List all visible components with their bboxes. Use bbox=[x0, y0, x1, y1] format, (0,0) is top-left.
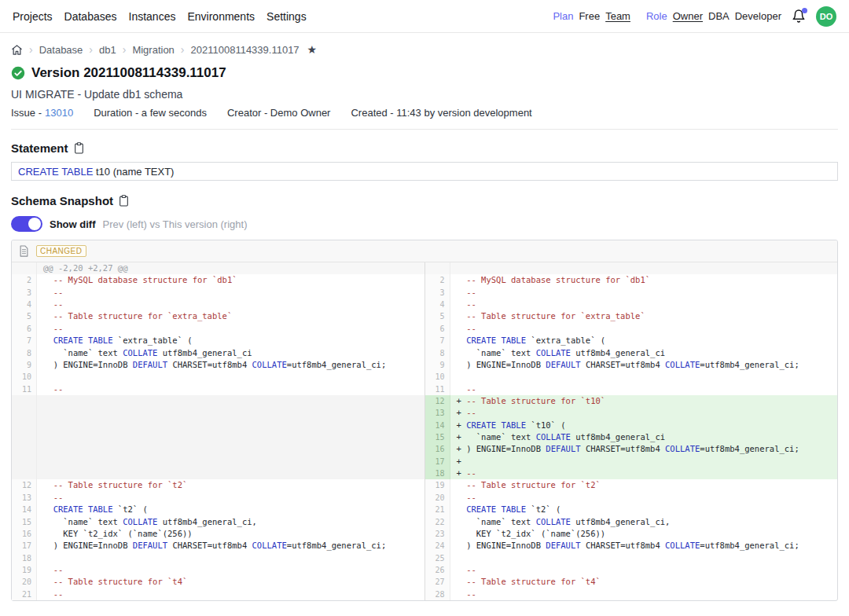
diff-line-right: 5 -- Table structure for `extra_table` bbox=[425, 310, 838, 322]
duration-text: Duration - a few seconds bbox=[94, 107, 207, 119]
copy-statement-icon[interactable] bbox=[74, 142, 84, 154]
diff-line-right: 25 bbox=[425, 552, 838, 564]
diff-line-left bbox=[12, 395, 424, 407]
diff-line-left: 4 -- bbox=[12, 299, 424, 310]
line-number: 18 bbox=[12, 552, 37, 564]
diff-line-left bbox=[12, 456, 424, 468]
line-number: 19 bbox=[425, 479, 450, 491]
diff-line-left: 15 `name` text COLLATE utf8mb4_general_c… bbox=[12, 516, 424, 528]
copy-schema-icon[interactable] bbox=[119, 195, 129, 207]
line-number: 9 bbox=[425, 359, 450, 371]
nav-right: Plan Free Team Role Owner DBA Developer … bbox=[553, 6, 836, 27]
breadcrumb-item-migration[interactable]: Migration bbox=[132, 44, 174, 56]
line-number: 11 bbox=[425, 383, 450, 395]
diff-line-left: 9 ) ENGINE=InnoDB DEFAULT CHARSET=utf8mb… bbox=[12, 359, 424, 371]
breadcrumb-item-20211008114339-11017[interactable]: 20211008114339.11017 bbox=[191, 44, 300, 56]
diff-line-right: 15+ `name` text COLLATE utf8mb4_general_… bbox=[425, 431, 838, 443]
diff-line-left: 3 -- bbox=[12, 287, 424, 299]
diff-line-right: 6 -- bbox=[425, 323, 838, 335]
chevron-right-icon: › bbox=[29, 43, 33, 56]
nav-item-databases[interactable]: Databases bbox=[64, 10, 117, 23]
diff-line-left: @@ -2,20 +2,27 @@ bbox=[12, 262, 424, 274]
nav-item-projects[interactable]: Projects bbox=[13, 10, 53, 23]
diff-line-right: 4 -- bbox=[425, 299, 838, 310]
nav-menu: ProjectsDatabasesInstancesEnvironmentsSe… bbox=[13, 10, 307, 23]
role-option-dba[interactable]: DBA bbox=[708, 10, 730, 22]
notification-dot bbox=[802, 8, 807, 13]
diff-line-left bbox=[12, 431, 424, 443]
status-badge: CHANGED bbox=[36, 245, 86, 257]
line-number: 26 bbox=[425, 564, 450, 576]
version-subtitle: UI MIGRATE - Update db1 schema bbox=[11, 88, 838, 101]
diff-line-left bbox=[12, 407, 424, 419]
line-number: 25 bbox=[425, 552, 450, 564]
line-number: 21 bbox=[12, 588, 37, 600]
schema-snapshot-heading: Schema Snapshot bbox=[11, 194, 113, 207]
line-number: 10 bbox=[12, 371, 37, 383]
plan-option-free[interactable]: Free bbox=[579, 10, 600, 22]
line-number bbox=[12, 443, 37, 455]
line-number: 6 bbox=[12, 323, 37, 335]
diff-line-left: 6 -- bbox=[12, 323, 424, 335]
line-number: 23 bbox=[425, 528, 450, 540]
statement-sql: CREATE TABLE t10 (name TEXT) bbox=[11, 162, 838, 181]
diff-line-left: 10 bbox=[12, 371, 424, 383]
line-number: 7 bbox=[425, 335, 450, 346]
file-icon bbox=[19, 245, 29, 257]
line-number: 9 bbox=[12, 359, 37, 371]
breadcrumb: ›Database›db1›Migration›20211008114339.1… bbox=[11, 43, 838, 56]
diff-line-right: 28 -- bbox=[425, 588, 838, 600]
nav-item-instances[interactable]: Instances bbox=[129, 10, 176, 23]
breadcrumb-item-db1[interactable]: db1 bbox=[99, 44, 116, 56]
line-number: 20 bbox=[425, 492, 450, 504]
line-number bbox=[12, 420, 37, 431]
star-icon[interactable]: ★ bbox=[307, 43, 318, 56]
diff-line-left bbox=[12, 443, 424, 455]
line-number: 28 bbox=[425, 588, 450, 600]
diff-line-left: 16 KEY `t2_idx` (`name`(256)) bbox=[12, 528, 424, 540]
line-number: 15 bbox=[12, 516, 37, 528]
line-number: 13 bbox=[12, 492, 37, 504]
diff-line-left: 14 CREATE TABLE `t2` ( bbox=[12, 504, 424, 515]
nav-item-settings[interactable]: Settings bbox=[266, 10, 307, 23]
plan-option-team[interactable]: Team bbox=[605, 10, 630, 22]
diff-line-right: 27 -- Table structure for `t4` bbox=[425, 576, 838, 588]
diff-line-right: 20 -- bbox=[425, 492, 838, 504]
diff-line-right: 2 -- MySQL database structure for `db1` bbox=[425, 274, 838, 286]
line-number: 17 bbox=[12, 540, 37, 552]
diff-line-right: 24 ) ENGINE=InnoDB DEFAULT CHARSET=utf8m… bbox=[425, 540, 838, 552]
role-option-developer[interactable]: Developer bbox=[735, 10, 781, 22]
line-number: 15 bbox=[425, 431, 450, 443]
nav-item-environments[interactable]: Environments bbox=[187, 10, 255, 23]
line-number: 24 bbox=[425, 540, 450, 552]
line-number: 14 bbox=[425, 420, 450, 431]
breadcrumb-item-database[interactable]: Database bbox=[39, 44, 83, 56]
line-number: 7 bbox=[12, 335, 37, 346]
role-option-owner[interactable]: Owner bbox=[673, 10, 703, 22]
success-check-icon bbox=[11, 66, 25, 80]
show-diff-toggle[interactable] bbox=[11, 216, 42, 232]
diff-line-left: 19 -- bbox=[12, 564, 424, 576]
line-number: 6 bbox=[425, 323, 450, 335]
diff-view[interactable]: @@ -2,20 +2,27 @@2 -- MySQL database str… bbox=[12, 262, 837, 600]
line-number: 4 bbox=[425, 299, 450, 310]
schema-diff-panel: CHANGED @@ -2,20 +2,27 @@2 -- MySQL data… bbox=[11, 240, 838, 601]
notification-bell-icon[interactable] bbox=[792, 9, 807, 24]
line-number: 18 bbox=[425, 468, 450, 479]
diff-line-right: 17+ bbox=[425, 456, 838, 468]
line-number bbox=[12, 456, 37, 468]
line-number: 14 bbox=[12, 504, 37, 515]
line-number: 27 bbox=[425, 576, 450, 588]
diff-line-right: 11 -- bbox=[425, 383, 838, 395]
created-text: Created - 11:43 by version development bbox=[351, 107, 531, 119]
avatar[interactable]: DO bbox=[816, 6, 836, 27]
chevron-right-icon: › bbox=[181, 43, 185, 56]
issue-link[interactable]: 13010 bbox=[45, 107, 73, 119]
issue-label: Issue - bbox=[11, 107, 42, 119]
diff-pane-right: 2 -- MySQL database structure for `db1`3… bbox=[424, 262, 838, 600]
diff-line-right: 3 -- bbox=[425, 287, 838, 299]
diff-line-right: 7 CREATE TABLE `extra_table` ( bbox=[425, 335, 838, 346]
line-number: 12 bbox=[12, 479, 37, 491]
version-meta: Issue - 13010 Duration - a few seconds C… bbox=[11, 107, 838, 119]
home-icon[interactable] bbox=[11, 44, 23, 56]
